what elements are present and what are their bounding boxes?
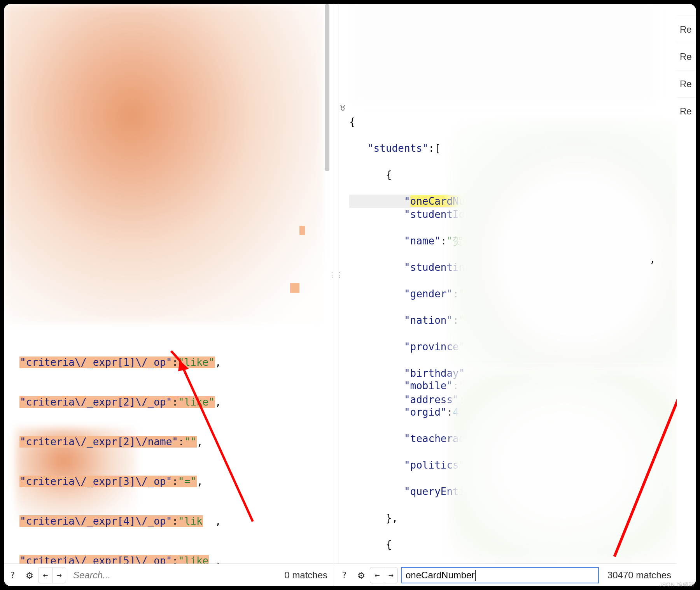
help-icon[interactable]: ? xyxy=(5,567,20,583)
prev-match-button[interactable]: ← xyxy=(370,567,384,583)
redacted-region xyxy=(352,4,655,101)
gear-icon[interactable]: ⚙ xyxy=(354,567,369,583)
highlight-chip xyxy=(290,283,299,293)
trailing-comma: , xyxy=(649,253,656,265)
next-match-button[interactable]: → xyxy=(52,567,66,583)
infinity-icon: ♉ xyxy=(340,102,345,113)
side-button[interactable]: Re xyxy=(677,16,696,43)
right-match-count: 30470 matches xyxy=(602,570,677,581)
request-pane: "criteria\/_expr[1]\/_op":"like", "crite… xyxy=(4,4,333,564)
request-code[interactable]: "criteria\/_expr[1]\/_op":"like", "crite… xyxy=(19,329,331,564)
left-scrollbar[interactable] xyxy=(324,4,331,564)
prev-match-button[interactable]: ← xyxy=(38,567,52,583)
left-search-input[interactable] xyxy=(69,567,276,583)
splitter-handle-icon: ⋮⋮ xyxy=(334,269,338,280)
text-caret xyxy=(475,570,476,581)
help-icon[interactable]: ? xyxy=(336,567,352,583)
search-bar-left: ? ⚙ ← → 0 matches xyxy=(4,564,333,586)
pane-splitter[interactable]: ⋮⋮ xyxy=(333,4,338,564)
scrollbar-thumb[interactable] xyxy=(325,4,329,171)
left-match-count: 0 matches xyxy=(279,570,333,581)
watermark: JSON 编辑器 xyxy=(659,581,695,588)
redacted-region xyxy=(451,370,677,560)
app-frame: "criteria\/_expr[1]\/_op":"like", "crite… xyxy=(4,4,696,586)
redacted-region xyxy=(451,123,677,368)
search-bar-right: ? ⚙ ← → oneCardNumber 30470 matches xyxy=(333,564,677,586)
side-button[interactable]: Re xyxy=(677,97,696,125)
right-search-input[interactable]: oneCardNumber xyxy=(401,567,599,583)
gear-icon[interactable]: ⚙ xyxy=(22,567,37,583)
next-match-button[interactable]: → xyxy=(384,567,398,583)
redacted-region xyxy=(4,4,323,323)
highlight-chip xyxy=(299,226,305,235)
side-button[interactable]: Re xyxy=(677,70,696,97)
bottom-bar: ? ⚙ ← → 0 matches ? ⚙ ← → oneCardNumber … xyxy=(4,564,677,586)
side-button[interactable]: Re xyxy=(677,43,696,70)
side-button-column: Re Re Re Re xyxy=(677,16,696,564)
response-pane: ♉ { "students":[ { "oneCardNum "studentI… xyxy=(338,4,677,564)
